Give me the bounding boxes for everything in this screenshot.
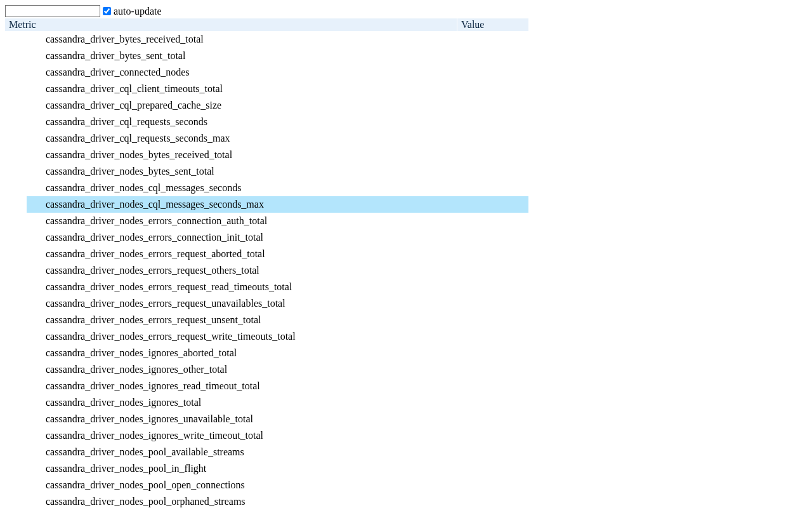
metric-value-cell (457, 444, 529, 460)
table-row[interactable]: cassandra_driver_cql_prepared_cache_size (5, 97, 528, 114)
row-indent (5, 48, 27, 64)
expand-icon[interactable] (27, 213, 42, 229)
expand-icon[interactable] (27, 114, 42, 130)
metric-name-cell: cassandra_driver_nodes_cql_messages_seco… (42, 180, 457, 196)
table-row[interactable]: cassandra_driver_nodes_ignores_total (5, 394, 528, 411)
metric-name-cell: cassandra_driver_nodes_pool_orphaned_str… (42, 493, 457, 508)
table-row[interactable]: cassandra_driver_nodes_cql_messages_seco… (5, 180, 528, 196)
table-row[interactable]: cassandra_driver_nodes_ignores_other_tot… (5, 361, 528, 378)
metric-value-cell (457, 477, 529, 493)
expand-icon[interactable] (27, 477, 42, 493)
column-header-metric[interactable]: Metric (5, 18, 457, 31)
expand-icon[interactable] (27, 180, 42, 196)
expand-icon[interactable] (27, 295, 42, 312)
expand-icon[interactable] (27, 444, 42, 460)
row-indent (5, 229, 27, 246)
expand-icon[interactable] (27, 460, 42, 477)
expand-icon[interactable] (27, 378, 42, 394)
row-indent (5, 477, 27, 493)
filter-input[interactable] (5, 5, 100, 17)
table-row[interactable]: cassandra_driver_nodes_errors_request_ot… (5, 262, 528, 279)
metrics-table-wrap: Metric Value cassandra_driver_bytes_rece… (5, 18, 807, 508)
expand-icon[interactable] (27, 229, 42, 246)
metric-name-cell: cassandra_driver_bytes_sent_total (42, 48, 457, 64)
expand-icon[interactable] (27, 130, 42, 147)
table-row[interactable]: cassandra_driver_nodes_bytes_sent_total (5, 163, 528, 180)
table-row[interactable]: cassandra_driver_cql_client_timeouts_tot… (5, 81, 528, 97)
table-row[interactable]: cassandra_driver_nodes_cql_messages_seco… (5, 196, 528, 213)
table-row[interactable]: cassandra_driver_nodes_ignores_unavailab… (5, 411, 528, 427)
expand-icon[interactable] (27, 262, 42, 279)
table-row[interactable]: cassandra_driver_nodes_pool_in_flight (5, 460, 528, 477)
row-indent (5, 262, 27, 279)
expand-icon[interactable] (27, 312, 42, 328)
metric-value-cell (457, 411, 529, 427)
table-row[interactable]: cassandra_driver_nodes_pool_orphaned_str… (5, 493, 528, 508)
table-row[interactable]: cassandra_driver_nodes_ignores_aborted_t… (5, 345, 528, 361)
metric-name-cell: cassandra_driver_nodes_errors_request_re… (42, 279, 457, 295)
metric-value-cell (457, 246, 529, 262)
row-indent (5, 196, 27, 213)
metric-name-cell: cassandra_driver_nodes_errors_connection… (42, 213, 457, 229)
row-indent (5, 64, 27, 81)
column-header-value[interactable]: Value (457, 18, 529, 31)
metric-value-cell (457, 114, 529, 130)
row-indent (5, 213, 27, 229)
table-row[interactable]: cassandra_driver_nodes_pool_open_connect… (5, 477, 528, 493)
table-row[interactable]: cassandra_driver_nodes_errors_request_un… (5, 312, 528, 328)
expand-icon[interactable] (27, 345, 42, 361)
expand-icon[interactable] (27, 31, 42, 48)
table-row[interactable]: cassandra_driver_nodes_pool_available_st… (5, 444, 528, 460)
expand-icon[interactable] (27, 394, 42, 411)
expand-icon[interactable] (27, 279, 42, 295)
table-row[interactable]: cassandra_driver_nodes_bytes_received_to… (5, 147, 528, 163)
table-row[interactable]: cassandra_driver_nodes_errors_request_re… (5, 279, 528, 295)
table-row[interactable]: cassandra_driver_nodes_errors_connection… (5, 213, 528, 229)
metric-name-cell: cassandra_driver_nodes_ignores_other_tot… (42, 361, 457, 378)
table-row[interactable]: cassandra_driver_bytes_received_total (5, 31, 528, 48)
row-indent (5, 295, 27, 312)
metric-value-cell (457, 328, 529, 345)
expand-icon[interactable] (27, 147, 42, 163)
row-indent (5, 345, 27, 361)
expand-icon[interactable] (27, 163, 42, 180)
row-indent (5, 312, 27, 328)
metric-value-cell (457, 48, 529, 64)
expand-icon[interactable] (27, 246, 42, 262)
expand-icon[interactable] (27, 361, 42, 378)
metric-value-cell (457, 262, 529, 279)
table-row[interactable]: cassandra_driver_cql_requests_seconds (5, 114, 528, 130)
expand-icon[interactable] (27, 97, 42, 114)
table-row[interactable]: cassandra_driver_nodes_errors_request_un… (5, 295, 528, 312)
metric-value-cell (457, 97, 529, 114)
metric-name-cell: cassandra_driver_nodes_cql_messages_seco… (42, 196, 457, 213)
metric-name-cell: cassandra_driver_nodes_ignores_unavailab… (42, 411, 457, 427)
expand-icon[interactable] (27, 81, 42, 97)
metric-name-cell: cassandra_driver_nodes_errors_request_un… (42, 295, 457, 312)
table-row[interactable]: cassandra_driver_nodes_errors_connection… (5, 229, 528, 246)
metric-value-cell (457, 130, 529, 147)
table-row[interactable]: cassandra_driver_nodes_ignores_read_time… (5, 378, 528, 394)
auto-update-label[interactable]: auto-update (114, 6, 162, 17)
table-row[interactable]: cassandra_driver_nodes_errors_request_ab… (5, 246, 528, 262)
expand-icon[interactable] (27, 48, 42, 64)
row-indent (5, 493, 27, 508)
table-row[interactable]: cassandra_driver_nodes_ignores_write_tim… (5, 427, 528, 444)
row-indent (5, 81, 27, 97)
table-row[interactable]: cassandra_driver_connected_nodes (5, 64, 528, 81)
row-indent (5, 246, 27, 262)
table-row[interactable]: cassandra_driver_nodes_errors_request_wr… (5, 328, 528, 345)
metric-value-cell (457, 378, 529, 394)
expand-icon[interactable] (27, 328, 42, 345)
metric-value-cell (457, 64, 529, 81)
row-indent (5, 31, 27, 48)
auto-update-checkbox[interactable] (103, 7, 111, 15)
expand-icon[interactable] (27, 411, 42, 427)
table-row[interactable]: cassandra_driver_bytes_sent_total (5, 48, 528, 64)
row-indent (5, 114, 27, 130)
expand-icon[interactable] (27, 493, 42, 508)
table-row[interactable]: cassandra_driver_cql_requests_seconds_ma… (5, 130, 528, 147)
expand-icon[interactable] (27, 427, 42, 444)
expand-icon[interactable] (27, 196, 42, 213)
expand-icon[interactable] (27, 64, 42, 81)
